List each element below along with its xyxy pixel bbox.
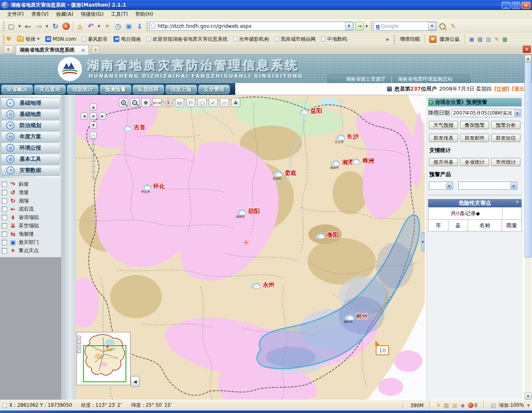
layer-checkbox[interactable] xyxy=(2,182,7,187)
city-marker-yiyang[interactable]: 益阳 xyxy=(298,108,322,115)
monthly-county-button[interactable]: 按月州县 xyxy=(429,158,458,166)
city-marker-yongzhou[interactable]: 永州 xyxy=(250,282,274,289)
new-page-dropdown-icon[interactable]: ▼ xyxy=(17,21,22,32)
select-arrow-icon[interactable]: ▼ xyxy=(446,182,452,189)
pan-tool[interactable]: ✥ xyxy=(141,98,150,107)
sort-diamond-icon[interactable]: ◆ xyxy=(476,210,480,216)
bookmark-item[interactable]: 光年摄影机构 xyxy=(233,36,269,43)
window-titlebar[interactable]: 湖南省地质灾害信息系统 - 傲游(Maxthon) 2.1.1 _ □ × xyxy=(0,0,532,10)
rect-select-tool[interactable]: ▭ xyxy=(175,98,184,107)
layer-checkbox[interactable] xyxy=(2,231,7,237)
search-dropdown-icon[interactable]: ▼ xyxy=(428,22,436,30)
back-icon[interactable]: ← xyxy=(22,21,33,32)
city-marker-zhuzhou[interactable]: 株洲 xyxy=(350,157,374,165)
tab-star-icon[interactable]: ★ xyxy=(3,45,13,54)
close-tab-button[interactable]: × xyxy=(523,46,531,53)
sidebar-item-environment-bulletin[interactable]: ▥ 环境公报 xyxy=(1,143,60,153)
bookmark-links-folder[interactable]: 链接 ▼ xyxy=(17,36,39,43)
zoom-level[interactable]: 缩放:100% xyxy=(499,402,524,408)
tab-close-icon[interactable]: × xyxy=(81,47,85,53)
flag-select-tool[interactable]: ⚐ xyxy=(186,98,195,107)
pan-down-button[interactable]: ▼ xyxy=(90,122,97,129)
url-text[interactable]: http://dzzh.hndh.gov.cn/gridweb.aspx xyxy=(158,23,345,29)
messenger-icon[interactable]: ▣ xyxy=(469,36,474,42)
select-arrow-icon[interactable]: ▼ xyxy=(510,182,517,189)
weather-forecast-button[interactable]: 天气预报 xyxy=(429,121,458,129)
sidebar-item-base-geography[interactable]: » 基础地理 xyxy=(1,98,60,108)
scale-tool[interactable]: S xyxy=(164,98,173,107)
menu-groups[interactable]: 快捷组(G) xyxy=(77,11,107,18)
zoom-out-tool[interactable]: − xyxy=(130,98,139,107)
gesture-icon[interactable]: ◆ xyxy=(461,402,465,408)
pen-tool-icon[interactable]: ✎ xyxy=(495,36,499,42)
city-marker-huaihua[interactable]: 怀化 怀化市 xyxy=(140,183,165,191)
tab-active[interactable]: 湖南省地质灾害信息系统 × xyxy=(16,45,89,55)
tab-security-management[interactable]: 安全管理 xyxy=(198,85,230,94)
overview-viewport-rect[interactable] xyxy=(83,345,126,382)
scrollbar-thumb[interactable] xyxy=(525,62,532,258)
go-button[interactable]: → xyxy=(355,22,364,31)
overview-layer-buttons[interactable] xyxy=(77,336,81,353)
bookmark-item[interactable]: 暴风影音 xyxy=(82,36,108,43)
history-clock-icon[interactable]: ◷ xyxy=(113,21,123,32)
resize-icon[interactable]: ◱ xyxy=(491,402,496,408)
zoom-in-tool[interactable]: + xyxy=(119,98,128,107)
magic-fill-icon[interactable]: ✦ xyxy=(102,21,113,32)
layer-checkbox[interactable] xyxy=(2,206,7,212)
scroll-up-icon[interactable]: ▲ xyxy=(525,55,532,62)
product-select-large[interactable]: ▼ xyxy=(458,182,517,190)
province-stats-button[interactable]: 全省统计 xyxy=(460,158,489,166)
bookmark-item[interactable]: 觅路城市精品网 xyxy=(275,36,315,43)
window-panel-icon[interactable]: ▤ xyxy=(478,36,483,42)
panel-collapse-handle[interactable]: ▶ xyxy=(421,232,425,251)
overview-back-button[interactable]: ◀ xyxy=(131,376,140,387)
city-marker-hengyang[interactable]: 衡阳 xyxy=(314,232,339,239)
zoom-minus-button[interactable]: − xyxy=(90,132,97,139)
address-bar[interactable]: http://dzzh.hndh.gov.cn/gridweb.aspx ▼ xyxy=(149,22,354,31)
skin-icon[interactable]: ▦ xyxy=(502,36,507,42)
undo-dropdown-icon[interactable]: ▼ xyxy=(96,21,102,32)
printer-icon[interactable]: ▤ xyxy=(444,402,449,408)
overview-map[interactable]: ★ xyxy=(76,332,131,385)
email-broadcast-button[interactable]: 群发邮件 xyxy=(460,134,489,142)
layer-checkbox[interactable] xyxy=(2,223,7,229)
link-geo-monitoring[interactable]: 湖南省地质环境监测总站 xyxy=(392,76,458,83)
city-marker-loudi[interactable]: 娄底 娄底市 xyxy=(272,170,296,177)
menu-favorites[interactable]: 收藏(A) xyxy=(52,11,77,18)
eraser-tool[interactable]: ▱ xyxy=(220,98,229,107)
maximize-button[interactable]: □ xyxy=(512,2,520,9)
measure-tool[interactable]: ⟷ xyxy=(153,98,162,107)
select-arrow-icon[interactable]: ▼ xyxy=(514,110,520,116)
layer-checkbox[interactable] xyxy=(2,198,7,204)
sms-broadcast-button[interactable]: 群发短信 xyxy=(491,134,520,142)
search-placeholder[interactable]: Google xyxy=(381,23,428,29)
tab-emergency-command[interactable]: 应急指挥 xyxy=(133,85,164,94)
polyline-draw-tool[interactable]: ✓ xyxy=(209,98,218,107)
menu-file[interactable]: 文件(F) xyxy=(3,11,27,18)
link-land-resources[interactable]: 湖南省国土资源厅 xyxy=(340,76,392,83)
search-box[interactable]: g Google ▼ xyxy=(374,22,437,31)
rain-date-select[interactable]: 2007年05月05日08时实况 ▼ xyxy=(451,109,521,117)
favorites-heart-icon[interactable]: ♥ xyxy=(6,35,11,43)
city-marker-chenzhou[interactable]: 郴州 郴州市 xyxy=(343,313,368,321)
legend-tree-tool[interactable]: ♣ xyxy=(231,98,240,107)
go-dropdown-icon[interactable]: ▼ xyxy=(364,21,369,32)
notes-icon[interactable]: ▥ xyxy=(486,36,491,42)
city-stats-button[interactable]: 市州统计 xyxy=(491,158,520,166)
blocked-counter[interactable]: – 0 xyxy=(468,403,477,408)
search-icon[interactable] xyxy=(437,21,448,32)
layer-checkbox[interactable] xyxy=(2,248,7,253)
layer-checkbox[interactable] xyxy=(2,215,7,220)
zoom-slider[interactable] xyxy=(91,139,96,181)
sidebar-item-disaster-data[interactable]: ◔ 灾害数据 xyxy=(1,165,60,176)
new-tab-button[interactable]: + xyxy=(91,46,100,54)
window-manager-icon[interactable]: ▣ xyxy=(123,21,134,32)
boost-lightning-icon[interactable]: ϟ xyxy=(437,402,441,408)
home-icon[interactable]: ⌂ xyxy=(74,21,85,32)
menu-tools[interactable]: 工具(T) xyxy=(107,11,132,18)
collapse-chevrons-icon[interactable]: » xyxy=(515,200,519,203)
bookmark-msn[interactable]: MMSN.com xyxy=(45,36,76,42)
city-marker-jishou[interactable]: 吉首 xyxy=(121,124,145,132)
menu-view[interactable]: 查看(V) xyxy=(27,11,52,18)
download-icon[interactable]: ⇓ xyxy=(134,21,145,32)
